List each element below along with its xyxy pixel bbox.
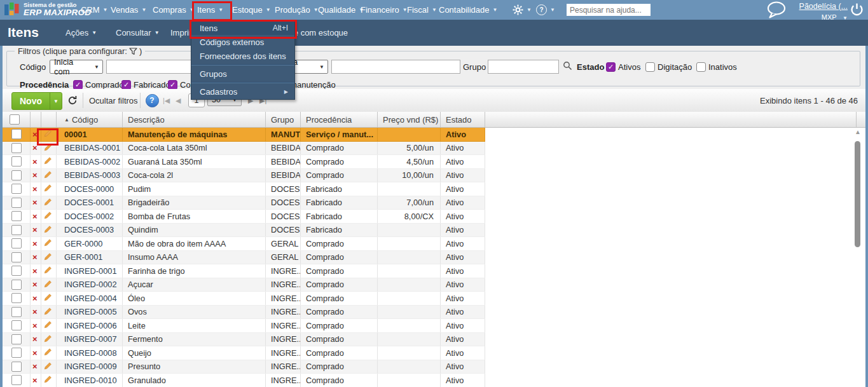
nav-menu-fiscal[interactable]: Fiscal▼ xyxy=(407,0,437,20)
logout-button[interactable] xyxy=(850,0,864,20)
delete-icon[interactable]: × xyxy=(32,130,38,139)
row-checkbox[interactable] xyxy=(11,334,22,344)
column-header-procedencia[interactable]: Procedência xyxy=(301,112,378,127)
table-row[interactable]: ×BEBIDAS-0003Coca-cola 2lBEBIDASComprado… xyxy=(3,169,485,183)
user-org[interactable]: MXP ▼ xyxy=(799,11,848,22)
delete-icon[interactable]: × xyxy=(32,349,38,357)
table-row[interactable]: ×BEBIDAS-0002Guaraná Lata 350mlBEBIDASCo… xyxy=(3,155,485,169)
delete-icon[interactable]: × xyxy=(32,198,38,207)
prev-page-button[interactable]: ◀ xyxy=(176,92,181,109)
row-checkbox[interactable] xyxy=(11,362,22,372)
edit-button[interactable] xyxy=(44,266,52,276)
row-checkbox[interactable] xyxy=(11,211,22,221)
scrollbar-thumb[interactable] xyxy=(855,141,860,247)
row-checkbox[interactable] xyxy=(11,170,22,180)
delete-icon[interactable]: × xyxy=(32,226,38,234)
delete-icon[interactable]: × xyxy=(32,362,38,370)
row-checkbox[interactable] xyxy=(11,307,22,317)
nav-menu-contabilidade[interactable]: Contabilidade▼ xyxy=(439,0,497,20)
edit-button[interactable] xyxy=(44,211,52,221)
table-row[interactable]: ×BEBIDAS-0001Coca-cola Lata 350mlBEBIDAS… xyxy=(3,142,485,156)
edit-button[interactable] xyxy=(44,348,52,358)
scroll-up-arrow-icon[interactable]: ▲ xyxy=(853,128,862,135)
edit-button[interactable] xyxy=(44,307,52,317)
table-row[interactable]: ×GER-0000Mão de obra do item AAAAGERALCo… xyxy=(3,237,485,251)
column-header-descricao[interactable]: Descrição xyxy=(123,112,266,127)
pagebar-menu-consultar[interactable]: Consultar▼ xyxy=(116,20,160,46)
nav-menu-estoque[interactable]: Estoque▼ xyxy=(232,0,271,20)
delete-icon[interactable]: × xyxy=(32,240,38,248)
nav-menu-itens[interactable]: Itens▼ xyxy=(197,0,223,20)
row-checkbox[interactable] xyxy=(11,143,22,153)
edit-button[interactable] xyxy=(44,184,52,194)
hide-filters-button[interactable]: Ocultar filtros xyxy=(85,92,142,109)
table-row[interactable]: ×INGRED-0004ÓleoINGRE...CompradoAtivo xyxy=(3,292,485,306)
menu-item-fornecedores-dos-itens[interactable]: Fornecedores dos itens xyxy=(191,49,294,63)
delete-icon[interactable]: × xyxy=(32,322,38,330)
grupo-search-button[interactable] xyxy=(563,61,572,73)
menu-item-cadastros[interactable]: Cadastros▶ xyxy=(191,85,294,98)
help-search-input[interactable] xyxy=(567,4,651,16)
edit-button[interactable] xyxy=(44,225,52,235)
filters-legend[interactable]: Filtros (clique para configurar: ) xyxy=(15,46,145,56)
edit-button[interactable] xyxy=(44,252,52,262)
row-checkbox[interactable] xyxy=(11,238,22,248)
estado-ativos-checkbox[interactable]: ✓ Ativos xyxy=(606,60,640,74)
delete-icon[interactable]: × xyxy=(32,185,38,193)
menu-item-grupos[interactable]: Grupos xyxy=(191,67,294,81)
descricao-filter-input[interactable] xyxy=(331,60,460,74)
edit-button[interactable] xyxy=(44,198,52,208)
user-name-link[interactable]: Pãodelícia (... xyxy=(799,2,848,11)
row-checkbox[interactable] xyxy=(11,375,22,385)
refresh-button[interactable] xyxy=(65,92,80,109)
grid-help-button[interactable]: ? xyxy=(144,92,160,109)
row-checkbox[interactable] xyxy=(11,252,22,262)
nav-menu-producao[interactable]: Produção▼ xyxy=(275,0,319,20)
menu-item-itens[interactable]: ItensAlt+I xyxy=(191,21,294,35)
edit-button[interactable] xyxy=(44,362,52,372)
table-row[interactable]: ×DOCES-0003QuindimDOCESFabricadoAtivo xyxy=(3,224,485,238)
settings-menu[interactable]: ▼ xyxy=(513,0,532,20)
delete-icon[interactable]: × xyxy=(32,158,38,166)
grupo-filter-input[interactable] xyxy=(488,60,559,74)
edit-button[interactable] xyxy=(44,156,52,166)
first-page-button[interactable]: |◀ xyxy=(163,92,170,109)
nav-menu-financeiro[interactable]: Financeiro▼ xyxy=(361,0,408,20)
table-row[interactable]: ×DOCES-0000PudimDOCESFabricadoAtivo xyxy=(3,182,485,196)
table-row[interactable]: ×INGRED-0006LeiteINGRE...CompradoAtivo xyxy=(3,319,485,333)
column-header-preco[interactable]: Preço vnd (R$) xyxy=(378,112,441,127)
edit-button[interactable] xyxy=(44,375,52,385)
delete-icon[interactable]: × xyxy=(32,267,38,275)
edit-button[interactable] xyxy=(44,293,52,303)
select-all-checkbox[interactable] xyxy=(10,114,20,125)
nav-menu-qualidade[interactable]: Qualidade▼ xyxy=(318,0,364,20)
table-row[interactable]: ×INGRED-0001Farinha de trigoINGRE...Comp… xyxy=(3,264,485,278)
row-checkbox[interactable] xyxy=(11,129,22,139)
delete-icon[interactable]: × xyxy=(32,171,38,179)
table-row[interactable]: ×INGRED-0007FermentoINGRE...CompradoAtiv… xyxy=(3,333,485,347)
row-checkbox[interactable] xyxy=(11,293,22,303)
table-row[interactable]: ×INGRED-0008QueijoINGRE...CompradoAtivo xyxy=(3,346,485,360)
table-row[interactable]: ×DOCES-0001BrigadeirãoDOCESFabricado7,00… xyxy=(3,196,485,210)
edit-button[interactable] xyxy=(44,280,52,290)
row-checkbox[interactable] xyxy=(11,348,22,358)
edit-button[interactable] xyxy=(44,238,52,248)
table-row[interactable]: ×GER-0001Insumo AAAAGERALCompradoAtivo xyxy=(3,251,485,265)
table-row[interactable]: ×INGRED-0002AçucarINGRE...CompradoAtivo xyxy=(3,278,485,292)
table-row[interactable]: ×INGRED-0005OvosINGRE...CompradoAtivo xyxy=(3,306,485,320)
new-item-button[interactable]: Novo ▼ xyxy=(11,92,62,110)
nav-menu-vendas[interactable]: Vendas▼ xyxy=(111,0,146,20)
edit-button[interactable] xyxy=(44,170,52,180)
delete-icon[interactable]: × xyxy=(32,144,38,152)
column-header-estado[interactable]: Estado xyxy=(441,112,485,127)
edit-button[interactable] xyxy=(44,334,52,344)
delete-icon[interactable]: × xyxy=(32,253,38,261)
delete-icon[interactable]: × xyxy=(32,280,38,289)
chat-button[interactable] xyxy=(766,0,787,20)
vertical-scrollbar[interactable]: ▲ xyxy=(853,128,862,387)
row-checkbox[interactable] xyxy=(11,225,22,235)
nav-menu-crm[interactable]: CRM▼ xyxy=(81,0,108,20)
table-row[interactable]: ×00001Manutenção de máquinasMANUTServiço… xyxy=(3,128,485,142)
row-checkbox[interactable] xyxy=(11,320,22,330)
help-menu[interactable]: ? ▼ xyxy=(536,0,555,20)
